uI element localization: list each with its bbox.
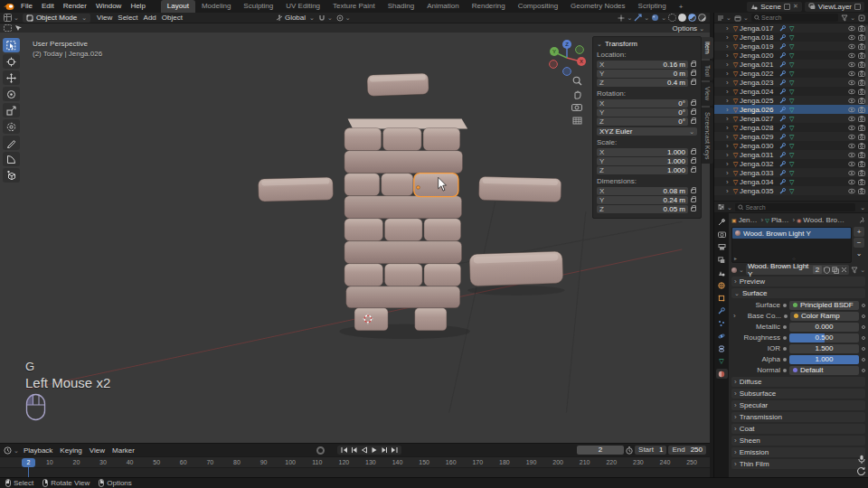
tool-add-cube[interactable] bbox=[3, 168, 20, 183]
material-prop-field[interactable]: 0.500 bbox=[789, 333, 859, 343]
play-reverse-button[interactable] bbox=[361, 446, 368, 454]
stopwatch-icon[interactable] bbox=[626, 446, 633, 455]
render-camera-icon[interactable] bbox=[858, 116, 865, 122]
expand-icon[interactable] bbox=[726, 124, 731, 132]
properties-search[interactable] bbox=[735, 203, 855, 211]
new-scene-icon[interactable] bbox=[784, 4, 790, 10]
material-prop-field[interactable]: 1.000 bbox=[789, 355, 859, 364]
show-gizmo-icon[interactable] bbox=[618, 14, 632, 22]
render-camera-icon[interactable] bbox=[858, 125, 865, 131]
keyframe-dot[interactable] bbox=[862, 369, 865, 372]
options-button[interactable]: Options bbox=[673, 24, 706, 33]
socket-dot[interactable] bbox=[783, 325, 787, 329]
visibility-eye-icon[interactable] bbox=[848, 152, 855, 158]
tab-particles[interactable] bbox=[716, 318, 728, 328]
tab-tool[interactable] bbox=[716, 217, 728, 227]
outliner-row[interactable]: ▽ Jenga.022 ▽ bbox=[714, 69, 868, 78]
render-camera-icon[interactable] bbox=[858, 70, 865, 77]
transform-field[interactable]: Z 0° bbox=[597, 117, 688, 126]
outliner-row[interactable]: ▽ Jenga.032 ▽ bbox=[714, 159, 868, 168]
preview-section[interactable]: Preview bbox=[731, 277, 865, 286]
menubar-item[interactable]: Render bbox=[59, 0, 91, 13]
scene-selector[interactable]: Scene ✕ bbox=[747, 2, 802, 12]
lock-icon[interactable] bbox=[691, 119, 696, 124]
fake-user-shield-icon[interactable] bbox=[824, 267, 830, 274]
tool-measure[interactable] bbox=[3, 152, 20, 166]
play-button[interactable] bbox=[371, 446, 378, 454]
visibility-eye-icon[interactable] bbox=[848, 134, 855, 140]
lock-icon[interactable] bbox=[691, 80, 696, 85]
workspace-tab[interactable]: Modeling bbox=[195, 0, 237, 13]
outliner-row[interactable]: ▽ Jenga.021 ▽ bbox=[714, 60, 868, 69]
workspace-tab[interactable]: Animation bbox=[420, 0, 466, 13]
material-section-header[interactable]: Diffuse bbox=[731, 377, 865, 387]
menubar-item[interactable]: Edit bbox=[37, 0, 59, 13]
breadcrumb-item[interactable]: Pla… bbox=[765, 216, 795, 224]
tab-modifiers[interactable] bbox=[716, 305, 728, 315]
material-name-field[interactable]: Wood. Brown Light Y 2 bbox=[746, 265, 849, 275]
tool-options-icon[interactable] bbox=[14, 24, 23, 32]
outliner-row[interactable]: ▽ Jenga.030 ▽ bbox=[714, 141, 868, 150]
lock-icon[interactable] bbox=[691, 189, 696, 193]
lock-icon[interactable] bbox=[691, 207, 696, 211]
lock-icon[interactable] bbox=[691, 110, 696, 115]
jump-to-end-button[interactable] bbox=[391, 446, 398, 454]
viewport-menu-item[interactable]: Add bbox=[141, 14, 159, 22]
lock-icon[interactable] bbox=[691, 159, 696, 164]
tool-transform[interactable] bbox=[3, 119, 20, 134]
filter-funnel-icon[interactable] bbox=[841, 14, 855, 22]
visibility-eye-icon[interactable] bbox=[848, 179, 855, 185]
unlink-material-icon[interactable] bbox=[841, 267, 847, 273]
material-slot-list[interactable]: Wood. Brown Light Y ▸ ⁘ bbox=[731, 227, 852, 263]
visibility-eye-icon[interactable] bbox=[848, 34, 855, 41]
visibility-eye-icon[interactable] bbox=[848, 143, 855, 149]
visibility-eye-icon[interactable] bbox=[848, 80, 855, 86]
start-frame-field[interactable]: Start1 bbox=[635, 446, 666, 455]
expand-icon[interactable] bbox=[726, 52, 731, 60]
transform-field[interactable]: X 0° bbox=[597, 99, 688, 108]
material-prop-field[interactable]: 0.000 bbox=[789, 323, 859, 332]
expand-icon[interactable] bbox=[726, 42, 731, 51]
transform-field[interactable]: Y 0° bbox=[597, 108, 688, 117]
material-slot-selected[interactable]: Wood. Brown Light Y bbox=[732, 228, 851, 239]
npanel-tab[interactable]: View bbox=[702, 82, 713, 105]
shading-rendered-button[interactable] bbox=[698, 14, 706, 22]
render-camera-icon[interactable] bbox=[858, 43, 865, 50]
breadcrumb-item[interactable]: Wood. Bro… bbox=[797, 216, 844, 224]
npanel-tab[interactable]: Tool bbox=[702, 61, 713, 81]
workspace-tab[interactable]: UV Editing bbox=[279, 0, 326, 13]
render-camera-icon[interactable] bbox=[858, 134, 865, 140]
breadcrumb-item[interactable]: Jen… bbox=[731, 216, 763, 224]
lock-icon[interactable] bbox=[691, 150, 696, 155]
visibility-eye-icon[interactable] bbox=[848, 52, 855, 59]
end-frame-field[interactable]: End250 bbox=[668, 446, 706, 455]
tab-render[interactable] bbox=[716, 230, 728, 239]
zoom-icon[interactable] bbox=[572, 76, 582, 86]
render-camera-icon[interactable] bbox=[858, 188, 865, 194]
ortho-grid-icon[interactable] bbox=[572, 115, 582, 125]
socket-dot[interactable] bbox=[783, 347, 787, 351]
render-camera-icon[interactable] bbox=[858, 179, 865, 185]
menubar-item[interactable]: Help bbox=[126, 0, 149, 13]
collection-icon[interactable] bbox=[734, 14, 749, 22]
loop-icon[interactable] bbox=[856, 466, 866, 476]
properties-header-menu[interactable] bbox=[858, 203, 865, 211]
tool-select-box[interactable] bbox=[3, 38, 20, 52]
socket-dot[interactable] bbox=[783, 358, 787, 361]
new-viewlayer-icon[interactable] bbox=[854, 4, 861, 10]
visibility-eye-icon[interactable] bbox=[848, 89, 855, 95]
visibility-eye-icon[interactable] bbox=[848, 161, 855, 167]
outliner-row[interactable]: ▽ Jenga.034 ▽ bbox=[714, 177, 868, 186]
add-workspace-button[interactable]: + bbox=[675, 3, 688, 11]
keyframe-dot[interactable] bbox=[862, 358, 865, 361]
material-section-header[interactable]: Sheen bbox=[731, 436, 865, 446]
timeline-ruler[interactable]: 1020304050607080901001101201301401501601… bbox=[0, 456, 710, 467]
transform-field[interactable]: Y 1.000 bbox=[597, 157, 688, 165]
timeline-menu-item[interactable]: Playback bbox=[21, 446, 55, 455]
snap-magnet-icon[interactable] bbox=[318, 14, 333, 22]
active-tool-icon[interactable] bbox=[4, 24, 12, 32]
tool-rotate[interactable] bbox=[3, 87, 20, 101]
timeline-editor-icon[interactable] bbox=[4, 446, 19, 455]
material-section-header[interactable]: Transmission bbox=[731, 412, 865, 422]
current-frame-field[interactable]: 2 bbox=[577, 446, 624, 455]
